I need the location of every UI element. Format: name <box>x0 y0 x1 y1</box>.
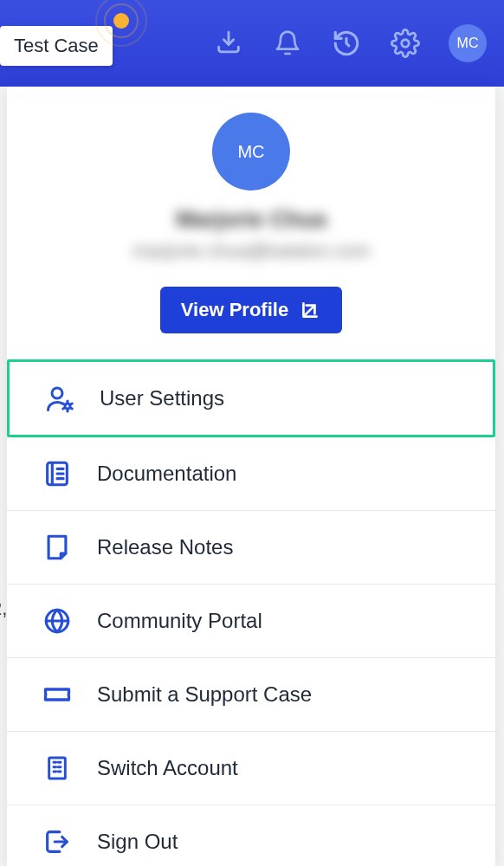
building-icon <box>42 753 73 784</box>
menu-label: User Settings <box>100 386 224 410</box>
menu-item-switch-account[interactable]: Switch Account <box>7 732 495 805</box>
user-settings-icon <box>44 383 75 414</box>
download-icon[interactable] <box>213 28 244 59</box>
avatar-large: MC <box>212 113 290 191</box>
gear-icon[interactable] <box>390 28 421 59</box>
profile-section: MC Marjorie Chua marjorie.chua@katalon.c… <box>7 87 495 359</box>
history-icon[interactable] <box>331 28 362 59</box>
menu-label: Release Notes <box>97 535 233 559</box>
header-toolbar: MC <box>213 24 487 62</box>
svg-point-1 <box>52 388 62 398</box>
user-email: marjorie.chua@katalon.com <box>132 240 370 262</box>
menu-label: Community Portal <box>97 609 262 633</box>
menu-label: Sign Out <box>97 830 178 854</box>
menu-item-documentation[interactable]: Documentation <box>7 437 495 511</box>
menu-label: Documentation <box>97 462 236 486</box>
menu-item-community-portal[interactable]: Community Portal <box>7 585 495 658</box>
svg-rect-5 <box>49 758 66 779</box>
ticket-icon <box>42 679 73 710</box>
release-notes-icon <box>42 532 73 563</box>
sign-out-icon <box>42 826 73 857</box>
view-profile-button[interactable]: View Profile <box>160 287 342 333</box>
documentation-icon <box>42 458 73 489</box>
menu-item-user-settings[interactable]: User Settings <box>7 359 495 437</box>
svg-point-0 <box>402 40 410 48</box>
attention-indicator <box>95 0 147 47</box>
avatar-initials: MC <box>237 142 264 162</box>
external-link-icon <box>299 299 321 321</box>
user-dropdown: MC Marjorie Chua marjorie.chua@katalon.c… <box>7 87 495 866</box>
menu-item-sign-out[interactable]: Sign Out <box>7 805 495 866</box>
avatar-initials: MC <box>457 36 479 51</box>
menu-item-support-case[interactable]: Submit a Support Case <box>7 658 495 732</box>
user-name: Marjorie Chua <box>176 206 326 233</box>
view-profile-label: View Profile <box>181 299 288 321</box>
globe-icon <box>42 605 73 637</box>
tab-label: Test Case <box>14 35 99 56</box>
user-menu: User Settings Documentation Release Note… <box>7 359 495 866</box>
svg-point-2 <box>65 404 70 409</box>
avatar-small[interactable]: MC <box>449 24 487 62</box>
menu-label: Submit a Support Case <box>97 682 312 707</box>
menu-label: Switch Account <box>97 756 238 780</box>
menu-item-release-notes[interactable]: Release Notes <box>7 511 495 585</box>
bell-icon[interactable] <box>272 28 303 59</box>
app-header: Test Case MC <box>0 0 504 87</box>
